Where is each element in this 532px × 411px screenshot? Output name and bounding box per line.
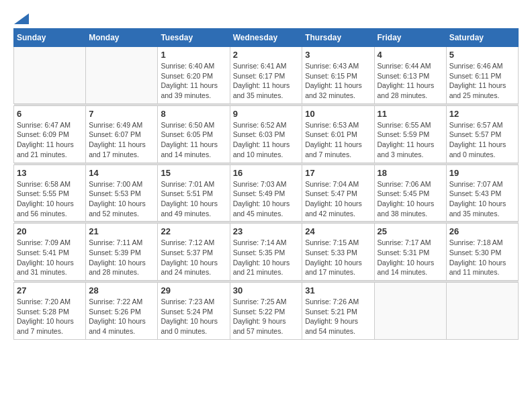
weekday-header-friday: Friday <box>374 29 446 47</box>
day-number: 17 <box>305 168 371 178</box>
calendar-cell: 1Sunrise: 6:40 AM Sunset: 6:20 PM Daylig… <box>158 47 230 104</box>
calendar-table: SundayMondayTuesdayWednesdayThursdayFrid… <box>13 28 519 340</box>
day-number: 31 <box>305 285 371 295</box>
day-number: 7 <box>89 109 154 119</box>
calendar-cell: 25Sunrise: 7:17 AM Sunset: 5:31 PM Dayli… <box>374 224 446 281</box>
day-info: Sunrise: 7:25 AM Sunset: 5:22 PM Dayligh… <box>233 297 300 336</box>
calendar-week-1: 1Sunrise: 6:40 AM Sunset: 6:20 PM Daylig… <box>14 47 519 104</box>
day-info: Sunrise: 7:18 AM Sunset: 5:30 PM Dayligh… <box>449 238 515 277</box>
day-info: Sunrise: 7:14 AM Sunset: 5:35 PM Dayligh… <box>233 238 300 277</box>
calendar-cell <box>86 47 158 104</box>
day-info: Sunrise: 6:43 AM Sunset: 6:15 PM Dayligh… <box>305 61 371 101</box>
calendar-cell: 29Sunrise: 7:23 AM Sunset: 5:24 PM Dayli… <box>158 283 230 340</box>
calendar-cell: 7Sunrise: 6:49 AM Sunset: 6:07 PM Daylig… <box>86 105 158 163</box>
day-number: 28 <box>89 285 154 295</box>
day-info: Sunrise: 7:03 AM Sunset: 5:49 PM Dayligh… <box>233 179 300 219</box>
weekday-header-sunday: Sunday <box>14 29 86 47</box>
day-info: Sunrise: 6:58 AM Sunset: 5:55 PM Dayligh… <box>17 179 83 219</box>
weekday-header-monday: Monday <box>86 29 158 47</box>
day-number: 4 <box>378 50 443 60</box>
day-number: 29 <box>161 285 226 295</box>
day-number: 2 <box>233 50 300 60</box>
weekday-header-thursday: Thursday <box>302 29 374 47</box>
day-info: Sunrise: 7:26 AM Sunset: 5:21 PM Dayligh… <box>305 297 371 336</box>
day-number: 20 <box>17 226 83 236</box>
day-info: Sunrise: 7:12 AM Sunset: 5:37 PM Dayligh… <box>161 238 226 277</box>
calendar-cell: 2Sunrise: 6:41 AM Sunset: 6:17 PM Daylig… <box>230 47 302 104</box>
day-info: Sunrise: 6:57 AM Sunset: 5:57 PM Dayligh… <box>449 120 515 160</box>
calendar-cell: 21Sunrise: 7:11 AM Sunset: 5:39 PM Dayli… <box>86 224 158 281</box>
day-number: 9 <box>233 109 300 119</box>
weekday-header-saturday: Saturday <box>446 29 518 47</box>
day-number: 6 <box>17 109 83 119</box>
calendar-cell: 5Sunrise: 6:46 AM Sunset: 6:11 PM Daylig… <box>446 47 518 104</box>
calendar-cell: 10Sunrise: 6:53 AM Sunset: 6:01 PM Dayli… <box>302 105 374 163</box>
calendar-cell: 4Sunrise: 6:44 AM Sunset: 6:13 PM Daylig… <box>374 47 446 104</box>
day-number: 18 <box>378 168 443 178</box>
day-info: Sunrise: 7:06 AM Sunset: 5:45 PM Dayligh… <box>378 179 443 219</box>
day-info: Sunrise: 7:00 AM Sunset: 5:53 PM Dayligh… <box>89 179 154 219</box>
day-info: Sunrise: 6:52 AM Sunset: 6:03 PM Dayligh… <box>233 120 300 160</box>
calendar-cell: 15Sunrise: 7:01 AM Sunset: 5:51 PM Dayli… <box>158 165 230 222</box>
calendar-cell: 13Sunrise: 6:58 AM Sunset: 5:55 PM Dayli… <box>14 165 86 222</box>
day-number: 3 <box>305 50 371 60</box>
day-number: 25 <box>378 226 443 236</box>
day-number: 11 <box>378 109 443 119</box>
weekday-header-wednesday: Wednesday <box>230 29 302 47</box>
weekday-header-tuesday: Tuesday <box>158 29 230 47</box>
day-info: Sunrise: 7:04 AM Sunset: 5:47 PM Dayligh… <box>305 179 371 219</box>
day-number: 8 <box>161 109 226 119</box>
day-info: Sunrise: 6:44 AM Sunset: 6:13 PM Dayligh… <box>378 61 443 101</box>
day-number: 12 <box>449 109 515 119</box>
day-number: 1 <box>161 50 226 60</box>
day-number: 19 <box>449 168 515 178</box>
logo-bird-icon <box>14 13 29 24</box>
day-info: Sunrise: 6:55 AM Sunset: 5:59 PM Dayligh… <box>378 120 443 160</box>
day-info: Sunrise: 6:46 AM Sunset: 6:11 PM Dayligh… <box>449 61 515 101</box>
calendar-cell: 26Sunrise: 7:18 AM Sunset: 5:30 PM Dayli… <box>446 224 518 281</box>
calendar-cell: 19Sunrise: 7:07 AM Sunset: 5:43 PM Dayli… <box>446 165 518 222</box>
calendar-cell: 18Sunrise: 7:06 AM Sunset: 5:45 PM Dayli… <box>374 165 446 222</box>
calendar-cell: 24Sunrise: 7:15 AM Sunset: 5:33 PM Dayli… <box>302 224 374 281</box>
calendar-cell: 17Sunrise: 7:04 AM Sunset: 5:47 PM Dayli… <box>302 165 374 222</box>
day-info: Sunrise: 6:40 AM Sunset: 6:20 PM Dayligh… <box>161 61 226 101</box>
day-number: 21 <box>89 226 154 236</box>
day-number: 26 <box>449 226 515 236</box>
calendar-cell: 3Sunrise: 6:43 AM Sunset: 6:15 PM Daylig… <box>302 47 374 104</box>
day-info: Sunrise: 7:22 AM Sunset: 5:26 PM Dayligh… <box>89 297 154 336</box>
day-info: Sunrise: 6:49 AM Sunset: 6:07 PM Dayligh… <box>89 120 154 160</box>
day-info: Sunrise: 7:23 AM Sunset: 5:24 PM Dayligh… <box>161 297 226 336</box>
calendar-cell <box>14 47 86 104</box>
svg-marker-0 <box>14 13 29 24</box>
day-number: 16 <box>233 168 300 178</box>
calendar-cell <box>446 283 518 340</box>
calendar-week-5: 27Sunrise: 7:20 AM Sunset: 5:28 PM Dayli… <box>14 283 519 340</box>
calendar-cell: 28Sunrise: 7:22 AM Sunset: 5:26 PM Dayli… <box>86 283 158 340</box>
calendar-cell: 27Sunrise: 7:20 AM Sunset: 5:28 PM Dayli… <box>14 283 86 340</box>
calendar-week-2: 6Sunrise: 6:47 AM Sunset: 6:09 PM Daylig… <box>14 105 519 163</box>
calendar-cell: 11Sunrise: 6:55 AM Sunset: 5:59 PM Dayli… <box>374 105 446 163</box>
day-number: 27 <box>17 285 83 295</box>
day-number: 22 <box>161 226 226 236</box>
day-info: Sunrise: 7:11 AM Sunset: 5:39 PM Dayligh… <box>89 238 154 277</box>
day-number: 15 <box>161 168 226 178</box>
weekday-header-row: SundayMondayTuesdayWednesdayThursdayFrid… <box>14 29 519 47</box>
calendar-cell: 8Sunrise: 6:50 AM Sunset: 6:05 PM Daylig… <box>158 105 230 163</box>
calendar-cell <box>374 283 446 340</box>
day-info: Sunrise: 6:41 AM Sunset: 6:17 PM Dayligh… <box>233 61 300 101</box>
day-number: 30 <box>233 285 300 295</box>
page-header <box>13 13 519 21</box>
day-number: 24 <box>305 226 371 236</box>
calendar-week-4: 20Sunrise: 7:09 AM Sunset: 5:41 PM Dayli… <box>14 224 519 281</box>
day-info: Sunrise: 7:01 AM Sunset: 5:51 PM Dayligh… <box>161 179 226 219</box>
day-number: 5 <box>449 50 515 60</box>
day-number: 23 <box>233 226 300 236</box>
day-number: 13 <box>17 168 83 178</box>
day-info: Sunrise: 7:07 AM Sunset: 5:43 PM Dayligh… <box>449 179 515 219</box>
day-info: Sunrise: 6:53 AM Sunset: 6:01 PM Dayligh… <box>305 120 371 160</box>
day-info: Sunrise: 6:50 AM Sunset: 6:05 PM Dayligh… <box>161 120 226 160</box>
calendar-cell: 31Sunrise: 7:26 AM Sunset: 5:21 PM Dayli… <box>302 283 374 340</box>
day-number: 10 <box>305 109 371 119</box>
day-info: Sunrise: 7:15 AM Sunset: 5:33 PM Dayligh… <box>305 238 371 277</box>
calendar-cell: 20Sunrise: 7:09 AM Sunset: 5:41 PM Dayli… <box>14 224 86 281</box>
